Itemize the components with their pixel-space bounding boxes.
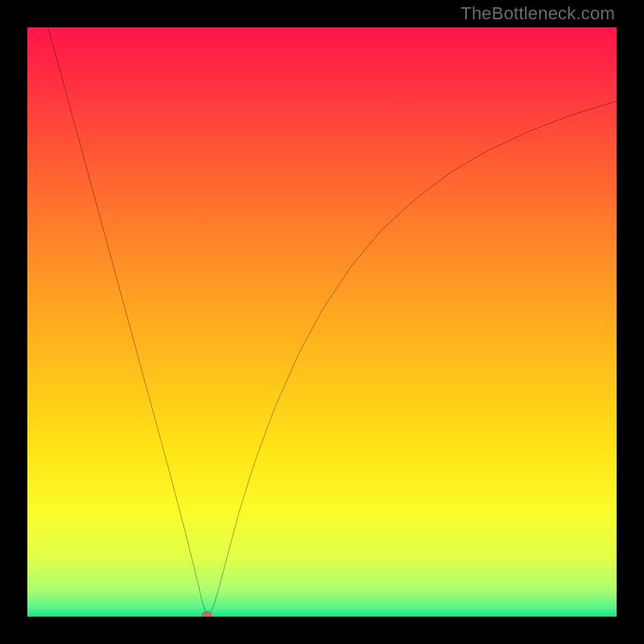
bottleneck-curve bbox=[27, 27, 617, 617]
minimum-marker bbox=[202, 611, 213, 617]
watermark-text: TheBottleneck.com bbox=[460, 3, 615, 24]
plot-area bbox=[27, 27, 617, 617]
